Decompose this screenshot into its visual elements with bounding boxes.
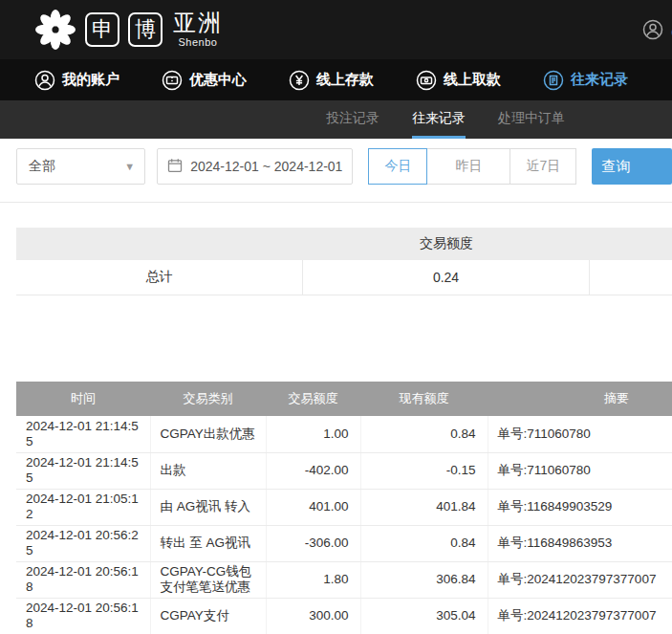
nav-label: 优惠中心 — [189, 71, 247, 89]
logo-char-shen: 申 — [85, 12, 119, 47]
nav-promo-center[interactable]: 优惠中心 — [162, 70, 247, 91]
yesterday-button[interactable]: 昨日 — [426, 148, 510, 185]
withdraw-icon — [416, 70, 437, 91]
summary-table: 交易额度 总计 0.24 — [16, 228, 672, 295]
calendar-icon — [167, 158, 183, 176]
nav-label: 线上存款 — [316, 71, 374, 89]
brand-region: 亚洲 — [173, 11, 223, 34]
user-icon — [34, 70, 55, 91]
today-button[interactable]: 今日 — [368, 148, 427, 185]
top-header: 申 博 亚洲 Shenbo qh — [0, 0, 672, 59]
nav-label: 我的账户 — [62, 71, 119, 89]
tab-betting-records[interactable]: 投注记录 — [326, 100, 379, 139]
deposit-icon — [289, 70, 310, 91]
table-row: 2024-12-01 20:56:18 CGPAY-CG钱包支付笔笔送优惠 1.… — [16, 561, 672, 598]
nav-my-account[interactable]: 我的账户 — [34, 70, 119, 91]
brand-logo[interactable]: 申 博 亚洲 Shenbo — [34, 9, 223, 51]
table-row: 2024-12-01 21:05:12 由 AG视讯 转入 401.00 401… — [16, 489, 672, 525]
tab-processing-orders[interactable]: 处理中订单 — [498, 100, 565, 139]
nav-transaction-records[interactable]: 往来记录 — [543, 70, 628, 91]
table-header-row: 时间 交易类别 交易额度 现有额度 摘要 — [16, 382, 672, 416]
transactions-table: 时间 交易类别 交易额度 现有额度 摘要 2024-12-01 21:14:55… — [16, 382, 672, 634]
chevron-down-icon: ▼ — [124, 161, 135, 172]
nav-online-withdraw[interactable]: 线上取款 — [416, 70, 501, 91]
summary-header: 交易额度 — [303, 228, 590, 260]
logo-char-bo: 博 — [128, 12, 163, 47]
summary-total-row: 总计 0.24 — [16, 260, 672, 295]
col-balance: 现有额度 — [360, 382, 488, 416]
main-nav: 我的账户 优惠中心 线上存款 线上取款 — [0, 59, 672, 100]
table-row: 2024-12-01 20:56:18 CGPAY支付 300.00 305.0… — [16, 598, 672, 634]
records-icon — [543, 70, 564, 91]
nav-online-deposit[interactable]: 线上存款 — [289, 70, 374, 91]
last-7-days-button[interactable]: 近7日 — [509, 148, 576, 185]
table-row: 2024-12-01 20:56:25 转出 至 AG视讯 -306.00 0.… — [16, 525, 672, 561]
divider-line — [0, 202, 672, 203]
col-type: 交易类别 — [150, 382, 266, 416]
ticket-icon — [162, 70, 183, 91]
summary-header-row: 交易额度 — [16, 228, 672, 260]
tab-transaction-records[interactable]: 往来记录 — [412, 100, 466, 139]
col-summary: 摘要 — [488, 382, 672, 416]
table-row: 2024-12-01 21:14:55 出款 -402.00 -0.15 单号:… — [16, 452, 672, 489]
flower-logo-icon — [34, 9, 76, 51]
type-dropdown[interactable]: 全部 ▼ — [16, 148, 145, 185]
type-dropdown-value: 全部 — [29, 158, 55, 175]
total-value: 0.24 — [303, 260, 590, 295]
user-circle-icon — [642, 19, 663, 43]
table-row: 2024-12-01 21:14:55 CGPAY出款优惠 1.00 0.84 … — [16, 416, 672, 452]
date-range-picker[interactable]: 2024-12-01 ~ 2024-12-01 — [157, 148, 353, 185]
search-button[interactable]: 查询 — [592, 148, 672, 185]
nav-label: 线上取款 — [444, 71, 501, 89]
col-amount: 交易额度 — [266, 382, 360, 416]
records-subnav: 投注记录 往来记录 处理中订单 — [0, 100, 672, 139]
date-range-value: 2024-12-01 ~ 2024-12-01 — [190, 159, 342, 174]
filter-bar: 全部 ▼ 2024-12-01 ~ 2024-12-01 今日 昨日 近7日 查… — [16, 148, 672, 185]
quick-date-buttons: 今日 昨日 近7日 — [368, 148, 576, 185]
brand-subtitle: Shenbo — [173, 37, 223, 48]
col-time: 时间 — [16, 382, 150, 416]
nav-label: 往来记录 — [571, 71, 628, 89]
user-account[interactable]: qh — [642, 19, 672, 43]
total-label: 总计 — [16, 260, 303, 295]
